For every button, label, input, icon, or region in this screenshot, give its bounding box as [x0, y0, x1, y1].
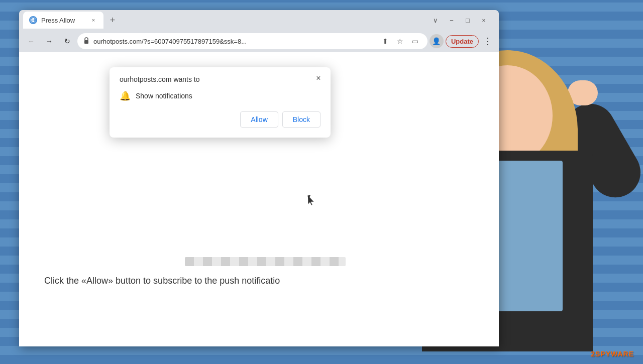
url-text: ourhotposts.com/?s=600740975517897159&ss… — [93, 38, 375, 45]
allow-button[interactable]: Allow — [240, 111, 278, 128]
svg-rect-3 — [84, 40, 88, 44]
bookmark-icon[interactable]: ☆ — [394, 35, 406, 47]
back-button[interactable]: ← — [23, 33, 39, 49]
popup-site-text: ourhotposts.com wants to — [120, 75, 320, 83]
watermark-text: 2SPYWARE — [591, 350, 634, 358]
loading-bar — [185, 257, 346, 266]
browser-window: Press Allow × + ∨ − □ × ← → ↻ ourhotpost… — [19, 10, 499, 346]
toolbar-actions: 👤 Update ⋮ — [430, 34, 495, 48]
collapse-button[interactable]: ∨ — [428, 13, 443, 27]
block-button[interactable]: Block — [282, 111, 320, 128]
share-icon[interactable]: ⬆ — [379, 35, 391, 47]
popup-close-button[interactable]: × — [312, 72, 325, 84]
lock-icon — [83, 37, 89, 46]
cast-icon[interactable]: ▭ — [409, 35, 421, 47]
profile-button[interactable]: 👤 — [430, 34, 444, 48]
browser-tab[interactable]: Press Allow × — [23, 12, 103, 29]
new-tab-button[interactable]: + — [105, 13, 120, 27]
maximize-button[interactable]: □ — [461, 13, 475, 27]
bell-icon: 🔔 — [120, 90, 131, 101]
popup-permission-row: 🔔 Show notifications — [120, 90, 320, 101]
tab-title: Press Allow — [41, 17, 85, 24]
browser-toolbar: ← → ↻ ourhotposts.com/?s=600740975517897… — [19, 30, 499, 52]
address-bar[interactable]: ourhotposts.com/?s=600740975517897159&ss… — [77, 33, 427, 49]
permission-popup: × ourhotposts.com wants to 🔔 Show notifi… — [110, 67, 331, 138]
tab-favicon — [29, 16, 37, 24]
update-button[interactable]: Update — [446, 35, 479, 48]
watermark: 2SPYWARE — [591, 350, 634, 358]
minimize-button[interactable]: − — [445, 13, 459, 27]
popup-buttons: Allow Block — [120, 111, 320, 128]
window-controls: ∨ − □ × — [428, 13, 495, 27]
page-content: × ourhotposts.com wants to 🔔 Show notifi… — [19, 52, 499, 346]
close-button[interactable]: × — [477, 13, 491, 27]
menu-button[interactable]: ⋮ — [481, 34, 495, 48]
title-bar: Press Allow × + ∨ − □ × — [19, 10, 499, 30]
reload-button[interactable]: ↻ — [59, 33, 75, 49]
address-bar-icons: ⬆ ☆ ▭ — [379, 35, 421, 47]
page-instruction-text: Click the «Allow» button to subscribe to… — [44, 276, 280, 286]
forward-button[interactable]: → — [41, 33, 57, 49]
tab-close-button[interactable]: × — [89, 16, 97, 24]
permission-text: Show notifications — [136, 92, 192, 100]
